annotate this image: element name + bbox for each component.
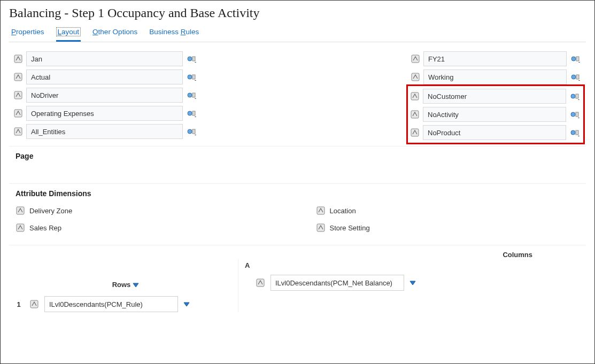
svg-rect-2 [192,57,195,61]
svg-point-7 [188,93,192,97]
dimension-icon [13,72,23,82]
tab-properties[interactable]: Properties [11,25,44,42]
dim-row: Working [411,68,582,86]
tab-bar: Properties Layout Other Options Business… [9,25,586,42]
pov-left-column: Jan Actual NoDriver Operating Expenses A [13,50,198,143]
column-letter: A [239,259,582,275]
svg-rect-29 [576,130,578,135]
svg-point-16 [571,57,576,61]
svg-point-25 [571,112,575,117]
member-selector-icon[interactable] [186,110,198,117]
svg-point-4 [188,75,192,79]
member-selector-icon[interactable] [569,92,581,100]
member-selector-icon[interactable] [186,128,198,135]
dim-field-actual[interactable]: Actual [26,69,183,84]
attr-header: Attribute Dimensions [13,184,582,202]
dimension-icon [411,72,420,82]
row-member-field[interactable]: ILvl0Descendants(PCM_Rule) [44,296,178,312]
svg-rect-17 [576,57,579,61]
dim-row: NoProduct [410,123,581,142]
dimension-icon [29,299,39,309]
member-selector-icon[interactable] [570,73,582,81]
svg-rect-11 [192,111,195,115]
dimension-icon [16,223,25,233]
dim-row: Operating Expenses [13,104,198,122]
attr-label: Sales Rep [29,224,61,232]
columns-header: Columns [503,251,532,259]
row-line: 1 ILvl0Descendants(PCM_Rule) [13,296,238,312]
cols-side: A ILvl0Descendants(PCM_Net Balance) [238,259,582,312]
pov-right-column: FY21 Working NoCustomer NoActivity [411,50,582,143]
highlighted-dimensions: NoCustomer NoActivity NoProduct [406,84,585,144]
member-selector-icon[interactable] [186,91,198,99]
svg-point-10 [188,111,192,115]
attr-item[interactable]: Store Setting [314,219,582,236]
dim-field-working[interactable]: Working [423,69,567,84]
dim-row: NoCustomer [410,87,581,105]
attr-label: Delivery Zone [29,207,72,215]
svg-rect-8 [192,93,195,97]
pov-section: Jan Actual NoDriver Operating Expenses A [9,42,586,146]
dim-row: NoActivity [410,105,581,123]
dim-field-noactivity[interactable]: NoActivity [423,107,566,122]
member-selector-icon[interactable] [186,55,198,63]
attr-label: Location [330,207,356,215]
attr-section: Attribute Dimensions Delivery Zone Sales… [9,183,586,245]
col-member-field[interactable]: ILvl0Descendants(PCM_Net Balance) [271,275,404,291]
dim-field-opex[interactable]: Operating Expenses [26,106,183,121]
attr-item[interactable]: Delivery Zone [13,202,298,219]
attr-item[interactable]: Location [314,202,582,219]
rows-side: Rows 1 ILvl0Descendants(PCM_Rule) [13,259,238,312]
tab-layout[interactable]: Layout [56,25,81,42]
attr-left-col: Delivery Zone Sales Rep [13,202,298,236]
svg-point-22 [571,94,575,98]
rows-header: Rows [13,281,238,289]
tab-other-options[interactable]: Other Options [92,25,137,42]
dim-row: All_Entities [13,122,198,141]
svg-rect-14 [192,129,195,134]
dropdown-icon[interactable] [133,282,139,288]
dimension-icon [316,223,326,233]
dim-field-noproduct[interactable]: NoProduct [423,125,566,140]
dim-row: FY21 [411,50,582,68]
member-selector-icon[interactable] [569,111,581,118]
dropdown-icon[interactable] [409,280,416,285]
dim-field-jan[interactable]: Jan [26,51,183,66]
attr-label: Store Setting [330,224,370,232]
svg-rect-5 [192,75,195,79]
dim-row: Actual [13,68,198,86]
dropdown-icon[interactable] [183,301,190,307]
dimension-icon [410,91,420,101]
dim-field-allentities[interactable]: All_Entities [26,124,183,139]
attr-item[interactable]: Sales Rep [13,219,298,236]
dim-field-nodriver[interactable]: NoDriver [26,88,183,103]
page-section: Page [9,146,586,183]
svg-rect-20 [576,75,579,79]
dimension-icon [13,90,23,100]
dim-field-fy21[interactable]: FY21 [423,51,567,66]
dim-field-nocustomer[interactable]: NoCustomer [423,89,566,104]
tab-business-rules[interactable]: Business Rules [149,25,199,42]
grid-section: Columns Rows 1 ILvl0Descendants(PCM_Rule… [9,245,586,312]
svg-rect-26 [576,112,578,117]
dimension-icon [256,278,265,288]
svg-point-19 [571,75,576,79]
dimension-icon [410,128,420,137]
dimension-icon [410,110,420,119]
col-line: ILvl0Descendants(PCM_Net Balance) [239,275,582,291]
svg-point-28 [571,130,575,135]
dim-row: NoDriver [13,86,198,104]
dimension-icon [16,206,25,215]
page-header: Page [13,146,582,165]
dimension-icon [13,109,23,118]
dim-row: Jan [13,50,198,68]
dimension-icon [411,54,420,64]
member-selector-icon[interactable] [570,55,582,63]
member-selector-icon[interactable] [186,73,198,81]
dimension-icon [316,206,326,215]
member-selector-icon[interactable] [569,129,581,136]
dimension-icon [13,127,23,136]
dimension-icon [13,54,23,64]
svg-rect-23 [576,94,578,98]
row-number: 1 [13,300,24,308]
